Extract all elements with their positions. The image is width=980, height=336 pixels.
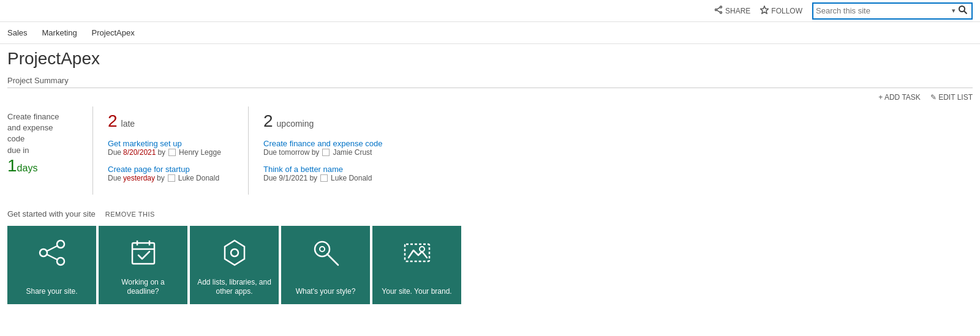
summary-row: Create finance and expense code due in 1… xyxy=(7,106,973,195)
tile-share-label: Share your site. xyxy=(26,287,77,297)
svg-point-1 xyxy=(720,12,722,13)
countdown-line4: due in xyxy=(7,146,29,155)
brand-tile-icon xyxy=(401,237,433,274)
upcoming-task-1-name[interactable]: Create finance and expense code xyxy=(263,139,382,148)
svg-line-20 xyxy=(327,254,338,265)
svg-point-2 xyxy=(715,9,717,11)
nav-bar: Sales Marketing ProjectApex xyxy=(0,22,980,44)
countdown-line3: code xyxy=(7,134,24,143)
share-icon xyxy=(714,6,723,16)
svg-rect-13 xyxy=(132,243,154,264)
svg-line-11 xyxy=(47,246,57,251)
tile-apps-label: Add lists, libraries, and other apps. xyxy=(196,278,273,297)
tile-style[interactable]: What's your style? xyxy=(281,226,370,304)
deadline-tile-icon xyxy=(127,237,159,274)
late-count: 2 xyxy=(108,111,118,131)
share-label: SHARE xyxy=(725,7,750,15)
late-task-2-name[interactable]: Create page for startup xyxy=(108,165,190,174)
main-content: Project Summary + ADD TASK ✎ EDIT LIST C… xyxy=(0,71,980,309)
nav-item-projectapex[interactable]: ProjectApex xyxy=(92,23,135,42)
tile-share[interactable]: Share your site. xyxy=(7,226,96,304)
late-task-2-due-prefix: Due xyxy=(108,174,121,182)
late-task-1-checkbox[interactable] xyxy=(168,149,176,156)
search-dropdown-button[interactable]: ▾ xyxy=(951,7,957,15)
apps-tile-icon xyxy=(219,237,251,274)
svg-line-3 xyxy=(717,7,720,9)
top-bar-actions: SHARE FOLLOW ▾ xyxy=(714,2,973,20)
upcoming-tasks-column: 2 upcoming Create finance and expense co… xyxy=(263,106,404,195)
tile-deadline[interactable]: Working on a deadline? xyxy=(99,226,187,304)
countdown-days-row: 1days xyxy=(7,156,83,176)
late-label: late xyxy=(121,119,135,129)
upcoming-task-1-checkbox[interactable] xyxy=(322,149,330,156)
follow-label: FOLLOW xyxy=(771,7,802,15)
countdown-days-label: days xyxy=(17,163,38,173)
share-action[interactable]: SHARE xyxy=(714,6,750,16)
late-task-2-due-date: yesterday xyxy=(123,174,155,182)
tile-style-label: What's your style? xyxy=(296,287,356,297)
late-task-1-due: Due 8/20/2021 by Henry Legge xyxy=(108,148,233,157)
svg-point-6 xyxy=(959,6,965,12)
countdown-text: Create finance and expense code due in xyxy=(7,111,83,156)
late-task-1-assignee: Henry Legge xyxy=(179,148,221,157)
tile-apps[interactable]: Add lists, libraries, and other apps. xyxy=(190,226,279,304)
upcoming-task-1-due-prefix: Due tomorrow by xyxy=(263,148,319,157)
svg-point-9 xyxy=(57,258,64,265)
search-input[interactable] xyxy=(816,6,951,15)
late-task-2-by: by xyxy=(157,174,165,182)
late-task-1-name[interactable]: Get marketing set up xyxy=(108,139,182,148)
upcoming-task-1: Create finance and expense code Due tomo… xyxy=(263,138,390,157)
upcoming-count: 2 xyxy=(263,111,273,131)
get-started-section: Get started with your site REMOVE THIS S… xyxy=(7,209,973,304)
top-bar: SHARE FOLLOW ▾ xyxy=(0,0,980,22)
late-column-header: 2 late xyxy=(108,111,233,131)
section-title: Project Summary xyxy=(7,76,973,88)
upcoming-task-1-assignee: Jamie Crust xyxy=(333,148,372,157)
svg-marker-17 xyxy=(225,241,244,265)
nav-item-sales[interactable]: Sales xyxy=(7,23,28,42)
countdown-line2: and expense xyxy=(7,123,53,132)
late-task-1-due-prefix: Due xyxy=(108,148,121,157)
late-task-2: Create page for startup Due yesterday by… xyxy=(108,164,233,182)
tile-brand-label: Your site. Your brand. xyxy=(382,287,451,297)
nav-item-marketing[interactable]: Marketing xyxy=(42,23,77,42)
upcoming-label: upcoming xyxy=(277,119,314,129)
late-task-2-due: Due yesterday by Luke Donald xyxy=(108,174,233,182)
share-tile-icon xyxy=(36,237,68,274)
svg-point-21 xyxy=(320,247,325,252)
upcoming-task-2-name[interactable]: Think of a better name xyxy=(263,165,343,174)
late-task-1-due-date: 8/20/2021 xyxy=(123,148,156,157)
upcoming-column-header: 2 upcoming xyxy=(263,111,390,131)
search-button[interactable] xyxy=(957,5,969,17)
task-toolbar: + ADD TASK ✎ EDIT LIST xyxy=(7,93,973,102)
countdown-panel: Create finance and expense code due in 1… xyxy=(7,106,93,195)
svg-point-0 xyxy=(720,6,722,8)
late-task-2-assignee: Luke Donald xyxy=(178,174,219,182)
late-tasks-column: 2 late Get marketing set up Due 8/20/202… xyxy=(108,106,249,195)
svg-point-18 xyxy=(231,249,238,256)
countdown-line1: Create finance xyxy=(7,112,59,121)
svg-line-12 xyxy=(47,255,57,259)
tile-brand[interactable]: Your site. Your brand. xyxy=(372,226,461,304)
get-started-header: Get started with your site REMOVE THIS xyxy=(7,209,973,218)
tiles-row: Share your site. Working on a deadline? xyxy=(7,226,973,304)
remove-this-button[interactable]: REMOVE THIS xyxy=(105,211,155,218)
add-task-button[interactable]: + ADD TASK xyxy=(878,93,921,102)
upcoming-task-2-due: Due 9/1/2021 by Luke Donald xyxy=(263,174,390,182)
late-task-2-checkbox[interactable] xyxy=(168,174,175,182)
upcoming-task-2-checkbox[interactable] xyxy=(320,174,328,182)
upcoming-task-2-due-prefix: Due 9/1/2021 by xyxy=(263,174,317,182)
page-title: ProjectApex xyxy=(7,49,973,69)
search-box[interactable]: ▾ xyxy=(812,2,973,20)
svg-point-8 xyxy=(57,241,64,248)
tile-deadline-label: Working on a deadline? xyxy=(105,278,181,297)
follow-action[interactable]: FOLLOW xyxy=(760,6,802,16)
edit-list-button[interactable]: ✎ EDIT LIST xyxy=(930,93,973,102)
svg-marker-5 xyxy=(761,6,769,13)
svg-rect-22 xyxy=(405,244,429,261)
page-header: ProjectApex xyxy=(0,44,980,71)
svg-line-7 xyxy=(964,11,967,14)
get-started-title: Get started with your site xyxy=(7,209,96,218)
upcoming-task-2: Think of a better name Due 9/1/2021 by L… xyxy=(263,164,390,182)
upcoming-task-1-due: Due tomorrow by Jamie Crust xyxy=(263,148,390,157)
